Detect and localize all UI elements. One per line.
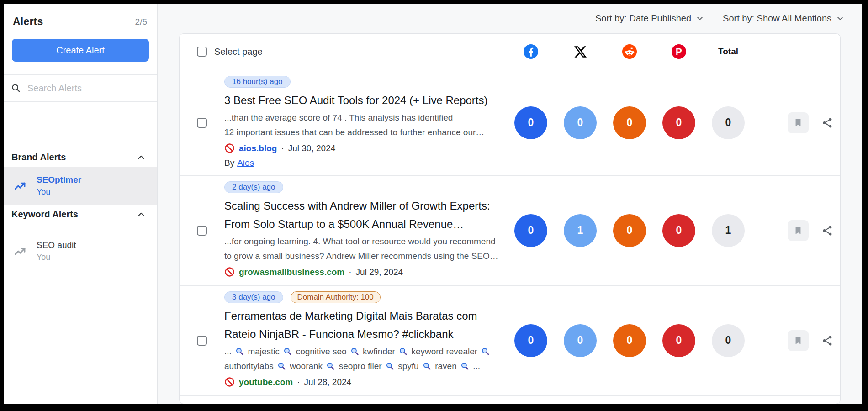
app-window: Alerts 2/5 Create Alert Brand Alerts — [0, 0, 868, 411]
sidebar-item-text: SEO audit You — [35, 240, 76, 262]
bookmark-icon — [794, 336, 803, 345]
x-count: 0 — [564, 106, 597, 139]
search-icon — [11, 83, 21, 93]
mention-date: Jul 30, 2024 — [288, 143, 336, 153]
sidebar-item-seoptimer[interactable]: SEOptimer You — [4, 167, 157, 205]
block-domain-icon[interactable] — [224, 267, 235, 277]
alerts-app: Alerts 2/5 Create Alert Brand Alerts — [4, 4, 862, 404]
column-total: Total — [704, 44, 753, 59]
facebook-icon — [524, 44, 538, 59]
row-checkbox[interactable] — [197, 226, 207, 236]
share-button[interactable] — [821, 117, 833, 129]
search-alerts-input[interactable] — [27, 83, 137, 94]
share-button[interactable] — [821, 335, 833, 347]
total-count: 0 — [712, 324, 745, 357]
trending-up-icon — [14, 179, 26, 192]
table-header: Select page — [180, 34, 840, 70]
search-alerts-row — [4, 74, 157, 102]
mention-date: Jul 29, 2024 — [356, 267, 403, 277]
sidebar-header: Alerts 2/5 — [4, 4, 157, 28]
brand-alerts-section-header[interactable]: Brand Alerts — [4, 148, 157, 167]
keyword-alerts-section-header[interactable]: Keyword Alerts — [4, 205, 157, 224]
network-columns: P Total — [506, 44, 753, 59]
reddit-count: 0 — [613, 214, 646, 247]
mentions-card: Select page — [179, 33, 841, 404]
x-count: 1 — [564, 214, 597, 247]
mention-title[interactable]: 3 Best Free SEO Audit Tools for 2024 (+ … — [224, 91, 506, 110]
pinterest-count: 0 — [662, 214, 695, 247]
mention-counts: 0 0 0 0 0 — [506, 324, 753, 357]
chevron-up-icon — [136, 153, 146, 163]
x-twitter-icon — [574, 46, 587, 58]
reddit-icon — [622, 44, 637, 59]
page-title: Alerts — [13, 16, 43, 28]
keyword-alerts-label: Keyword Alerts — [11, 209, 78, 220]
alert-owner: You — [37, 253, 76, 262]
mention-title[interactable]: Scaling Success with Andrew Miller of Gr… — [224, 197, 506, 233]
bookmark-button[interactable] — [788, 220, 809, 241]
magnifier-emoji — [283, 347, 292, 356]
sidebar: Alerts 2/5 Create Alert Brand Alerts — [4, 4, 158, 404]
alert-name: SEO audit — [37, 240, 76, 250]
reddit-count: 0 — [613, 324, 646, 357]
sort-by-mentions-label: Sort by: Show All Mentions — [723, 13, 831, 24]
mention-row: 3 day(s) ago Domain Authority: 100 Ferra… — [180, 286, 840, 396]
block-domain-icon[interactable] — [224, 143, 235, 153]
mention-domain[interactable]: growasmallbusiness.com — [239, 267, 344, 277]
mention-counts: 0 0 0 0 0 — [506, 106, 753, 139]
alert-name: SEOptimer — [37, 175, 81, 185]
total-column-label: Total — [718, 47, 738, 57]
magnifier-emoji — [399, 347, 408, 356]
sort-by-date-label: Sort by: Date Published — [595, 13, 691, 24]
column-reddit — [605, 44, 654, 59]
pinterest-icon: P — [672, 44, 686, 59]
sidebar-item-text: SEOptimer You — [35, 175, 81, 197]
sidebar-spacer — [4, 102, 157, 148]
mention-content: 16 hour(s) ago 3 Best Free SEO Audit Too… — [224, 76, 506, 170]
share-icon — [821, 117, 833, 129]
share-icon — [821, 335, 833, 347]
chevron-down-icon — [836, 14, 845, 23]
reddit-count: 0 — [613, 106, 646, 139]
sort-by-date-dropdown[interactable]: Sort by: Date Published — [595, 13, 704, 24]
bookmark-icon — [794, 226, 803, 235]
author-link[interactable]: Aios — [237, 158, 254, 168]
age-badge: 2 day(s) ago — [224, 181, 283, 193]
dot-separator: · — [349, 267, 351, 277]
sort-by-mentions-dropdown[interactable]: Sort by: Show All Mentions — [723, 13, 845, 24]
brand-alerts-section: Brand Alerts SEOptimer You — [4, 148, 157, 205]
alerts-usage-counter: 2/5 — [135, 17, 147, 27]
mention-row: 2 day(s) ago Scaling Success with Andrew… — [180, 176, 840, 286]
create-alert-button[interactable]: Create Alert — [12, 39, 149, 62]
mention-content: 2 day(s) ago Scaling Success with Andrew… — [224, 181, 506, 280]
mention-content: 3 day(s) ago Domain Authority: 100 Ferra… — [224, 291, 506, 390]
age-badge: 16 hour(s) ago — [224, 76, 291, 88]
bookmark-icon — [794, 118, 803, 127]
keyword-alerts-section: Keyword Alerts SEO audit You — [4, 205, 157, 270]
mention-domain[interactable]: youtube.com — [239, 377, 293, 387]
bookmark-button[interactable] — [788, 330, 809, 351]
sidebar-item-seo-audit[interactable]: SEO audit You — [4, 232, 157, 270]
mention-snippet: ...for ongoing learning. 4. What tool or… — [224, 234, 506, 263]
x-count: 0 — [564, 324, 597, 357]
pinterest-count: 0 — [662, 324, 695, 357]
select-page-checkbox[interactable] — [197, 47, 207, 57]
share-icon — [821, 225, 833, 237]
column-x — [556, 44, 605, 59]
mention-title[interactable]: Ferramentas de Marketing Digital Mais Ba… — [224, 307, 506, 343]
share-button[interactable] — [821, 225, 833, 237]
facebook-count: 0 — [514, 214, 547, 247]
mention-snippet: ... majestic cognitive seo kwfinder keyw… — [224, 344, 506, 374]
bookmark-button[interactable] — [788, 112, 809, 133]
dot-separator: · — [281, 143, 284, 153]
column-pinterest: P — [654, 44, 704, 59]
mention-byline: By Aios — [224, 156, 506, 170]
block-domain-icon[interactable] — [224, 377, 235, 387]
row-checkbox[interactable] — [197, 118, 207, 128]
total-count: 1 — [712, 214, 745, 247]
select-page-label: Select page — [214, 47, 263, 57]
row-checkbox[interactable] — [197, 336, 207, 346]
magnifier-emoji — [235, 347, 244, 356]
chevron-down-icon — [695, 14, 704, 23]
mention-domain[interactable]: aios.blog — [239, 143, 277, 153]
